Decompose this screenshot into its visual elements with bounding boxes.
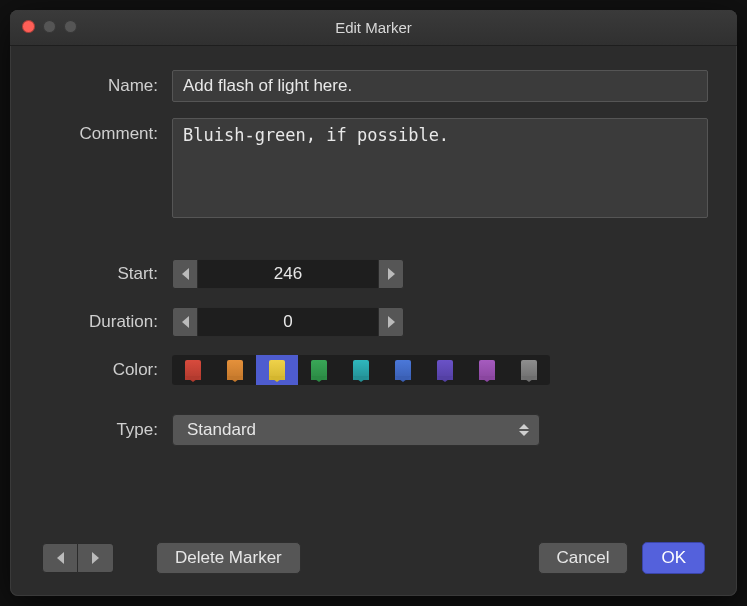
ok-button[interactable]: OK [642, 542, 705, 574]
marker-icon [437, 360, 453, 380]
color-swatch-purple[interactable] [466, 355, 508, 385]
color-swatch-gray[interactable] [508, 355, 550, 385]
zoom-window-button[interactable] [64, 20, 77, 33]
color-swatch-yellow[interactable] [256, 355, 298, 385]
edit-marker-dialog: Edit Marker Name: Comment: Start: [10, 10, 737, 596]
titlebar: Edit Marker [10, 10, 737, 46]
duration-stepper: 0 [172, 307, 404, 337]
marker-icon [353, 360, 369, 380]
marker-icon [521, 360, 537, 380]
duration-label: Duration: [42, 306, 172, 338]
color-label: Color: [42, 354, 172, 386]
type-label: Type: [42, 414, 172, 446]
chevron-right-icon [388, 268, 395, 280]
start-stepper: 246 [172, 259, 404, 289]
marker-icon [395, 360, 411, 380]
marker-icon [227, 360, 243, 380]
next-marker-button[interactable] [78, 543, 114, 573]
triangle-left-icon [57, 552, 64, 564]
color-swatch-red[interactable] [172, 355, 214, 385]
type-select[interactable]: Standard [172, 414, 540, 446]
cancel-button[interactable]: Cancel [538, 542, 629, 574]
duration-value[interactable]: 0 [198, 307, 378, 337]
marker-icon [479, 360, 495, 380]
chevron-up-down-icon [519, 424, 529, 436]
window-title: Edit Marker [10, 19, 737, 36]
delete-marker-button[interactable]: Delete Marker [156, 542, 301, 574]
color-swatch-orange[interactable] [214, 355, 256, 385]
window-controls [22, 20, 77, 33]
triangle-right-icon [92, 552, 99, 564]
color-picker [172, 355, 550, 385]
marker-icon [185, 360, 201, 380]
footer: Delete Marker Cancel OK [10, 542, 737, 574]
minimize-window-button[interactable] [43, 20, 56, 33]
type-select-value: Standard [187, 420, 256, 440]
duration-increment-button[interactable] [378, 307, 404, 337]
start-increment-button[interactable] [378, 259, 404, 289]
marker-icon [269, 360, 285, 380]
close-window-button[interactable] [22, 20, 35, 33]
marker-icon [311, 360, 327, 380]
previous-marker-button[interactable] [42, 543, 78, 573]
color-swatch-blue[interactable] [382, 355, 424, 385]
name-label: Name: [42, 70, 172, 102]
start-value[interactable]: 246 [198, 259, 378, 289]
chevron-left-icon [182, 316, 189, 328]
color-swatch-green[interactable] [298, 355, 340, 385]
color-swatch-indigo[interactable] [424, 355, 466, 385]
name-input[interactable] [172, 70, 708, 102]
comment-label: Comment: [42, 118, 172, 150]
chevron-right-icon [388, 316, 395, 328]
duration-decrement-button[interactable] [172, 307, 198, 337]
color-swatch-teal[interactable] [340, 355, 382, 385]
start-decrement-button[interactable] [172, 259, 198, 289]
marker-nav [42, 543, 114, 573]
chevron-left-icon [182, 268, 189, 280]
start-label: Start: [42, 258, 172, 290]
comment-textarea[interactable] [172, 118, 708, 218]
